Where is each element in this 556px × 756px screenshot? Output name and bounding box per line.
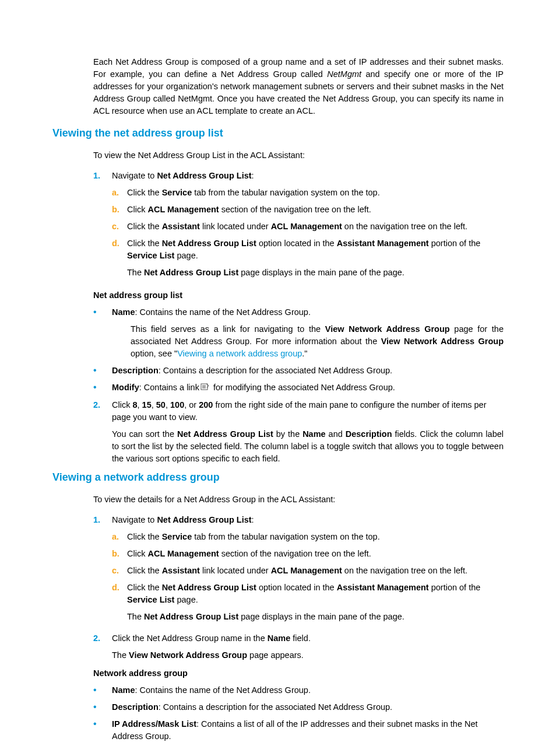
alpha-content: Click the Service tab from the tabular n… xyxy=(127,531,504,543)
list-item: • Modify: Contains a link for modifying … xyxy=(93,382,504,394)
alpha-marker: b. xyxy=(112,548,127,560)
text: Click the xyxy=(127,532,162,541)
text: Click xyxy=(112,400,132,410)
list-item: 2. Click 8, 15, 50, 100, or 200 from the… xyxy=(93,399,504,465)
section-heading: Viewing a network address group xyxy=(52,470,504,485)
bold-text: Assistant Management xyxy=(337,583,429,592)
bold-text: Net Address Group List xyxy=(177,429,273,439)
text: This field serves as a link for navigati… xyxy=(131,324,325,334)
text: section of the navigation tree on the le… xyxy=(219,549,371,558)
list-item: b. Click ACL Management section of the n… xyxy=(112,204,504,216)
bold-text: 100 xyxy=(170,400,184,410)
text: on the navigation tree on the left. xyxy=(342,222,467,231)
text: page displays in the main pane of the pa… xyxy=(238,612,404,621)
bullet-icon: • xyxy=(93,718,112,743)
bullet-icon: • xyxy=(93,684,112,696)
list-item: c. Click the Assistant link located unde… xyxy=(112,565,504,577)
text: option located in the xyxy=(256,583,337,592)
text: : xyxy=(252,171,254,180)
text: ." xyxy=(302,349,307,358)
bold-text: ACL Management xyxy=(147,549,219,558)
text: tab from the tabular navigation system o… xyxy=(192,188,379,197)
cross-reference-link[interactable]: Viewing a network address group xyxy=(177,349,302,358)
text: , xyxy=(166,400,170,410)
text: : Contains a description for the associa… xyxy=(159,702,392,712)
section-intro: To view the Net Address Group List in th… xyxy=(93,149,504,162)
list-item: 1. Navigate to Net Address Group List: a… xyxy=(93,514,504,628)
text: Click the xyxy=(127,583,162,592)
bold-text: ACL Management xyxy=(147,205,219,214)
bullet-content: Modify: Contains a link for modifying th… xyxy=(112,382,504,394)
alpha-content: Click the Assistant link located under A… xyxy=(127,565,504,577)
text: section of the navigation tree on the le… xyxy=(219,205,371,214)
bullet-content: Name: Contains the name of the Net Addre… xyxy=(112,306,504,360)
text: The xyxy=(127,268,144,277)
text: Click xyxy=(127,549,147,558)
text: option located in the xyxy=(256,239,337,248)
bold-text: Net Address Group List xyxy=(162,239,256,248)
bold-text: View Network Address Group xyxy=(381,337,504,346)
alpha-list: a. Click the Service tab from the tabula… xyxy=(112,531,504,623)
alpha-marker: d. xyxy=(112,237,127,279)
intro-paragraph: Each Net Address Group is composed of a … xyxy=(93,56,504,117)
list-item: d. Click the Net Address Group List opti… xyxy=(112,582,504,623)
list-item: d. Click the Net Address Group List opti… xyxy=(112,237,504,279)
bullet-content: Name: Contains the name of the Net Addre… xyxy=(112,684,504,696)
text: on the navigation tree on the left. xyxy=(342,566,467,575)
text: : Contains the name of the Net Address G… xyxy=(135,307,311,317)
text: page displays in the main pane of the pa… xyxy=(238,268,404,277)
alpha-content: Click the Net Address Group List option … xyxy=(127,582,504,623)
bullet-list-title: Network address group xyxy=(93,667,504,680)
alpha-content: Click ACL Management section of the navi… xyxy=(127,204,504,216)
list-item: • IP Address/Mask List: Contains a list … xyxy=(93,718,504,743)
step-content: Click 8, 15, 50, 100, or 200 from the ri… xyxy=(112,399,504,465)
result-text: The Net Address Group List page displays… xyxy=(127,611,504,623)
alpha-content: Click ACL Management section of the navi… xyxy=(127,548,504,560)
alpha-content: Click the Service tab from the tabular n… xyxy=(127,187,504,199)
step-content: Click the Net Address Group name in the … xyxy=(112,632,504,662)
modify-icon xyxy=(200,382,210,394)
bold-text: View Network Address Group xyxy=(325,324,450,334)
bold-text: Service xyxy=(162,188,192,197)
bold-text: Name xyxy=(112,307,135,317)
text: Click the xyxy=(127,188,162,197)
text: Click the Net Address Group name in the xyxy=(112,634,268,643)
bullet-list-title: Net address group list xyxy=(93,289,504,302)
bold-text: ACL Management xyxy=(271,566,342,575)
section-heading: Viewing the net address group list xyxy=(52,125,504,141)
text: Click the xyxy=(127,566,162,575)
list-item: 2. Click the Net Address Group name in t… xyxy=(93,632,504,662)
text: : xyxy=(252,515,254,524)
text: : Contains a link xyxy=(139,383,199,392)
bold-text: Name xyxy=(268,634,291,643)
bold-text: Assistant xyxy=(162,566,200,575)
numbered-list: 1. Navigate to Net Address Group List: a… xyxy=(93,514,504,662)
alpha-marker: d. xyxy=(112,582,127,623)
step-number: 1. xyxy=(93,514,112,628)
bullet-list: • Name: Contains the name of the Net Add… xyxy=(93,684,504,743)
bullet-icon: • xyxy=(93,382,112,394)
numbered-list: 1. Navigate to Net Address Group List: a… xyxy=(93,170,504,284)
alpha-content: Click the Assistant link located under A… xyxy=(127,220,504,233)
bold-text: Description xyxy=(112,702,159,712)
bullet-content: IP Address/Mask List: Contains a list of… xyxy=(112,718,504,743)
bold-text: Net Address Group List xyxy=(157,171,251,180)
text: portion of the xyxy=(429,583,481,592)
text: You can sort the xyxy=(112,429,177,439)
bold-text: Net Address Group List xyxy=(157,515,251,524)
bold-text: Name xyxy=(302,429,326,439)
result-text: The Net Address Group List page displays… xyxy=(127,267,504,279)
list-item: • Name: Contains the name of the Net Add… xyxy=(93,306,504,360)
list-item: b. Click ACL Management section of the n… xyxy=(112,548,504,560)
result-text: The View Network Address Group page appe… xyxy=(112,649,504,662)
text: Navigate to xyxy=(112,171,157,180)
text: Click the xyxy=(127,239,162,248)
text: link located under xyxy=(200,566,271,575)
alpha-marker: b. xyxy=(112,204,127,216)
bold-text: 200 xyxy=(199,400,213,410)
bold-text: 15 xyxy=(142,400,152,410)
text: , xyxy=(152,400,156,410)
text: Click xyxy=(127,205,147,214)
bold-text: Net Address Group List xyxy=(162,583,256,592)
alpha-marker: a. xyxy=(112,187,127,199)
